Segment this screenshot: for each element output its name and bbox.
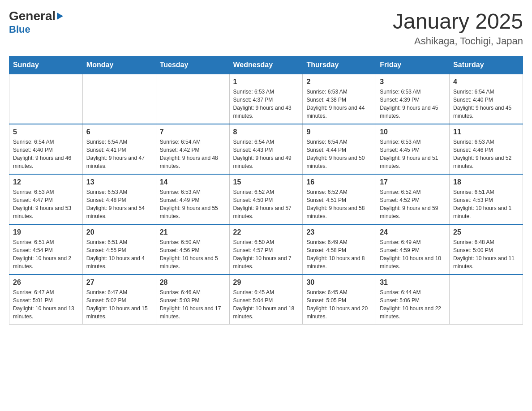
weekday-header-row: SundayMondayTuesdayWednesdayThursdayFrid… bbox=[9, 56, 523, 74]
calendar-cell: 2Sunrise: 6:53 AM Sunset: 4:38 PM Daylig… bbox=[303, 74, 376, 124]
day-number: 5 bbox=[13, 128, 79, 136]
calendar-cell: 22Sunrise: 6:50 AM Sunset: 4:57 PM Dayli… bbox=[229, 224, 303, 274]
calendar-cell: 16Sunrise: 6:52 AM Sunset: 4:51 PM Dayli… bbox=[303, 174, 376, 224]
calendar-cell bbox=[156, 74, 229, 124]
week-row-1: 1Sunrise: 6:53 AM Sunset: 4:37 PM Daylig… bbox=[9, 74, 523, 124]
day-number: 16 bbox=[306, 178, 372, 186]
day-number: 10 bbox=[380, 128, 446, 136]
calendar-cell: 26Sunrise: 6:47 AM Sunset: 5:01 PM Dayli… bbox=[9, 274, 83, 325]
calendar-cell: 5Sunrise: 6:54 AM Sunset: 4:40 PM Daylig… bbox=[9, 124, 83, 174]
calendar-cell: 27Sunrise: 6:47 AM Sunset: 5:02 PM Dayli… bbox=[82, 274, 156, 325]
day-info: Sunrise: 6:53 AM Sunset: 4:37 PM Dayligh… bbox=[233, 88, 299, 120]
calendar-cell bbox=[9, 74, 83, 124]
calendar-cell: 21Sunrise: 6:50 AM Sunset: 4:56 PM Dayli… bbox=[156, 224, 229, 274]
calendar-cell: 12Sunrise: 6:53 AM Sunset: 4:47 PM Dayli… bbox=[9, 174, 83, 224]
calendar-subtitle: Ashikaga, Tochigi, Japan bbox=[393, 35, 523, 47]
calendar-cell: 11Sunrise: 6:53 AM Sunset: 4:46 PM Dayli… bbox=[450, 124, 523, 174]
day-number: 9 bbox=[306, 128, 372, 136]
calendar-cell: 4Sunrise: 6:54 AM Sunset: 4:40 PM Daylig… bbox=[450, 74, 523, 124]
day-info: Sunrise: 6:54 AM Sunset: 4:44 PM Dayligh… bbox=[306, 138, 372, 170]
day-info: Sunrise: 6:52 AM Sunset: 4:50 PM Dayligh… bbox=[233, 188, 299, 220]
day-number: 21 bbox=[160, 228, 226, 236]
day-number: 1 bbox=[233, 78, 299, 86]
day-info: Sunrise: 6:54 AM Sunset: 4:40 PM Dayligh… bbox=[13, 138, 79, 170]
day-number: 12 bbox=[13, 178, 79, 186]
day-info: Sunrise: 6:45 AM Sunset: 5:04 PM Dayligh… bbox=[233, 288, 299, 321]
day-number: 19 bbox=[13, 228, 79, 236]
weekday-header-sunday: Sunday bbox=[9, 56, 83, 74]
calendar-cell: 23Sunrise: 6:49 AM Sunset: 4:58 PM Dayli… bbox=[303, 224, 376, 274]
day-number: 31 bbox=[380, 278, 446, 287]
day-number: 23 bbox=[306, 228, 372, 236]
week-row-2: 5Sunrise: 6:54 AM Sunset: 4:40 PM Daylig… bbox=[9, 124, 523, 174]
page-header: General Blue January 2025 Ashikaga, Toch… bbox=[9, 9, 523, 47]
day-info: Sunrise: 6:51 AM Sunset: 4:54 PM Dayligh… bbox=[13, 238, 79, 270]
weekday-header-friday: Friday bbox=[376, 56, 450, 74]
calendar-cell: 20Sunrise: 6:51 AM Sunset: 4:55 PM Dayli… bbox=[82, 224, 156, 274]
day-number: 13 bbox=[86, 178, 152, 186]
day-number: 29 bbox=[233, 278, 299, 287]
day-number: 11 bbox=[453, 128, 519, 136]
day-number: 22 bbox=[233, 228, 299, 236]
calendar-cell: 15Sunrise: 6:52 AM Sunset: 4:50 PM Dayli… bbox=[229, 174, 303, 224]
calendar-cell: 14Sunrise: 6:53 AM Sunset: 4:49 PM Dayli… bbox=[156, 174, 229, 224]
day-number: 30 bbox=[306, 278, 372, 287]
day-number: 3 bbox=[380, 78, 446, 86]
day-info: Sunrise: 6:53 AM Sunset: 4:38 PM Dayligh… bbox=[306, 88, 372, 120]
day-info: Sunrise: 6:50 AM Sunset: 4:57 PM Dayligh… bbox=[233, 238, 299, 270]
calendar-cell: 9Sunrise: 6:54 AM Sunset: 4:44 PM Daylig… bbox=[303, 124, 376, 174]
calendar-cell: 25Sunrise: 6:48 AM Sunset: 5:00 PM Dayli… bbox=[450, 224, 523, 274]
weekday-header-thursday: Thursday bbox=[303, 56, 376, 74]
day-number: 14 bbox=[160, 178, 226, 186]
title-section: January 2025 Ashikaga, Tochigi, Japan bbox=[393, 9, 523, 47]
calendar-cell: 6Sunrise: 6:54 AM Sunset: 4:41 PM Daylig… bbox=[82, 124, 156, 174]
calendar-cell: 3Sunrise: 6:53 AM Sunset: 4:39 PM Daylig… bbox=[376, 74, 450, 124]
weekday-header-monday: Monday bbox=[82, 56, 156, 74]
day-number: 20 bbox=[86, 228, 152, 236]
day-info: Sunrise: 6:44 AM Sunset: 5:06 PM Dayligh… bbox=[380, 288, 446, 321]
calendar-cell: 17Sunrise: 6:52 AM Sunset: 4:52 PM Dayli… bbox=[376, 174, 450, 224]
calendar-cell: 13Sunrise: 6:53 AM Sunset: 4:48 PM Dayli… bbox=[82, 174, 156, 224]
day-info: Sunrise: 6:45 AM Sunset: 5:05 PM Dayligh… bbox=[306, 288, 372, 321]
day-info: Sunrise: 6:53 AM Sunset: 4:46 PM Dayligh… bbox=[453, 138, 519, 170]
day-info: Sunrise: 6:54 AM Sunset: 4:43 PM Dayligh… bbox=[233, 138, 299, 170]
day-number: 8 bbox=[233, 128, 299, 136]
logo-blue-text: Blue bbox=[9, 24, 30, 35]
day-number: 27 bbox=[86, 278, 152, 287]
day-info: Sunrise: 6:46 AM Sunset: 5:03 PM Dayligh… bbox=[160, 288, 226, 321]
week-row-4: 19Sunrise: 6:51 AM Sunset: 4:54 PM Dayli… bbox=[9, 224, 523, 274]
day-info: Sunrise: 6:49 AM Sunset: 4:59 PM Dayligh… bbox=[380, 238, 446, 270]
day-info: Sunrise: 6:52 AM Sunset: 4:52 PM Dayligh… bbox=[380, 188, 446, 220]
day-number: 18 bbox=[453, 178, 519, 186]
calendar-table: SundayMondayTuesdayWednesdayThursdayFrid… bbox=[9, 56, 523, 325]
weekday-header-wednesday: Wednesday bbox=[229, 56, 303, 74]
calendar-cell: 31Sunrise: 6:44 AM Sunset: 5:06 PM Dayli… bbox=[376, 274, 450, 325]
day-number: 25 bbox=[453, 228, 519, 236]
day-info: Sunrise: 6:53 AM Sunset: 4:45 PM Dayligh… bbox=[380, 138, 446, 170]
day-info: Sunrise: 6:48 AM Sunset: 5:00 PM Dayligh… bbox=[453, 238, 519, 270]
calendar-cell: 8Sunrise: 6:54 AM Sunset: 4:43 PM Daylig… bbox=[229, 124, 303, 174]
day-info: Sunrise: 6:51 AM Sunset: 4:53 PM Dayligh… bbox=[453, 188, 519, 220]
day-number: 6 bbox=[86, 128, 152, 136]
day-number: 4 bbox=[453, 78, 519, 86]
day-info: Sunrise: 6:53 AM Sunset: 4:48 PM Dayligh… bbox=[86, 188, 152, 220]
day-number: 24 bbox=[380, 228, 446, 236]
day-info: Sunrise: 6:47 AM Sunset: 5:02 PM Dayligh… bbox=[86, 288, 152, 321]
day-info: Sunrise: 6:54 AM Sunset: 4:41 PM Dayligh… bbox=[86, 138, 152, 170]
day-number: 15 bbox=[233, 178, 299, 186]
day-number: 2 bbox=[306, 78, 372, 86]
calendar-cell: 7Sunrise: 6:54 AM Sunset: 4:42 PM Daylig… bbox=[156, 124, 229, 174]
calendar-cell bbox=[450, 274, 523, 325]
calendar-cell: 28Sunrise: 6:46 AM Sunset: 5:03 PM Dayli… bbox=[156, 274, 229, 325]
day-info: Sunrise: 6:53 AM Sunset: 4:47 PM Dayligh… bbox=[13, 188, 79, 220]
logo-arrow-icon bbox=[57, 13, 63, 20]
day-info: Sunrise: 6:49 AM Sunset: 4:58 PM Dayligh… bbox=[306, 238, 372, 270]
calendar-cell: 18Sunrise: 6:51 AM Sunset: 4:53 PM Dayli… bbox=[450, 174, 523, 224]
calendar-cell: 30Sunrise: 6:45 AM Sunset: 5:05 PM Dayli… bbox=[303, 274, 376, 325]
day-number: 26 bbox=[13, 278, 79, 287]
weekday-header-tuesday: Tuesday bbox=[156, 56, 229, 74]
calendar-cell: 29Sunrise: 6:45 AM Sunset: 5:04 PM Dayli… bbox=[229, 274, 303, 325]
logo-general-text: General bbox=[9, 9, 56, 23]
day-info: Sunrise: 6:54 AM Sunset: 4:42 PM Dayligh… bbox=[160, 138, 226, 170]
day-info: Sunrise: 6:53 AM Sunset: 4:49 PM Dayligh… bbox=[160, 188, 226, 220]
